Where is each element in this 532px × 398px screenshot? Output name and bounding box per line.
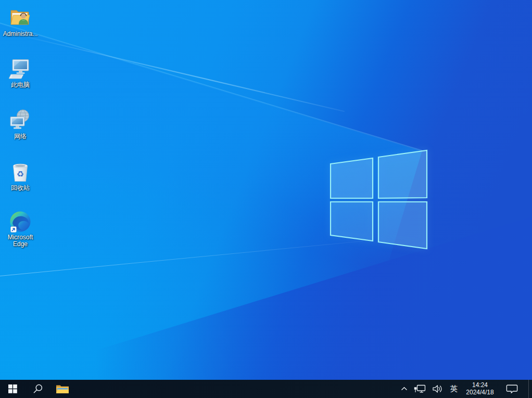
windows-start-icon xyxy=(8,384,17,393)
desktop-icon-this-pc[interactable]: 此电脑 xyxy=(1,55,40,88)
taskbar-empty-area xyxy=(75,380,398,398)
svg-text:♻: ♻ xyxy=(17,169,24,179)
search-icon xyxy=(32,383,43,394)
file-explorer-icon xyxy=(56,383,69,394)
desktop-icon-microsoft-edge[interactable]: Microsoft Edge xyxy=(1,208,40,248)
desktop-icon-administrator[interactable]: Administra... xyxy=(1,4,40,37)
clock-date: 2024/4/18 xyxy=(466,389,493,396)
desktop-icon-label: 此电脑 xyxy=(11,82,30,88)
action-center-button[interactable] xyxy=(500,380,524,398)
system-tray: 英 14:24 2024/4/18 xyxy=(398,380,532,398)
desktop-icon-label: 网络 xyxy=(14,133,27,140)
action-center-icon xyxy=(506,384,518,394)
clock-time: 14:24 xyxy=(472,382,488,389)
windows-desktop: Administra... 此电脑 xyxy=(0,0,532,398)
desktop-wallpaper xyxy=(0,0,532,380)
speaker-icon xyxy=(432,384,443,393)
tray-overflow-button[interactable] xyxy=(398,380,411,398)
ethernet-network-icon xyxy=(414,384,426,393)
desktop-icon-label: Administra... xyxy=(3,31,38,37)
taskbar: 英 14:24 2024/4/18 xyxy=(0,380,532,398)
shortcut-arrow-icon xyxy=(10,226,17,233)
volume-button[interactable] xyxy=(429,380,446,398)
network-status-button[interactable] xyxy=(411,380,429,398)
ime-language-indicator[interactable]: 英 xyxy=(446,380,462,398)
chevron-up-icon xyxy=(401,387,408,391)
show-desktop-button[interactable] xyxy=(528,380,532,398)
desktop-icon-network[interactable]: 网络 xyxy=(1,107,40,140)
windows-logo xyxy=(0,0,532,380)
desktop-icon-label: Microsoft Edge xyxy=(1,234,40,248)
network-globe-icon xyxy=(9,109,32,132)
file-explorer-button[interactable] xyxy=(50,380,75,398)
recycle-bin-icon: ♻ xyxy=(9,160,32,183)
computer-icon xyxy=(9,57,32,80)
desktop-icon-recycle-bin[interactable]: ♻ 回收站 xyxy=(1,158,40,191)
start-button[interactable] xyxy=(0,380,25,398)
taskbar-clock[interactable]: 14:24 2024/4/18 xyxy=(464,380,496,398)
user-folder-icon xyxy=(8,5,32,29)
desktop-icon-label: 回收站 xyxy=(11,185,30,191)
search-button[interactable] xyxy=(25,380,50,398)
